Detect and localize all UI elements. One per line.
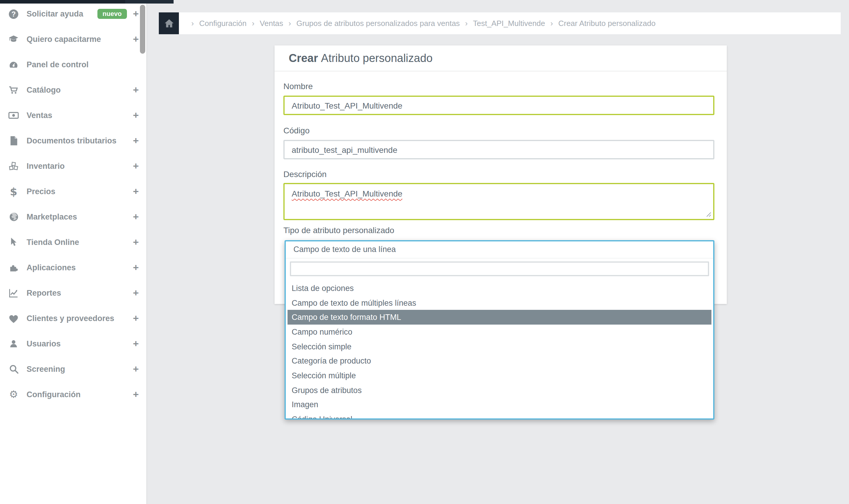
resize-handle-icon[interactable] [706,212,711,217]
nombre-input[interactable] [283,96,714,115]
sidebar-item-label: Screening [26,365,65,374]
sidebar-item-clientes-y-proveedores[interactable]: Clientes y proveedores + [0,306,146,331]
page-title-bold: Crear [289,52,318,64]
sidebar-item-label: Reportes [26,289,61,298]
sidebar-item-inventario[interactable]: Inventario + [0,154,146,179]
sidebar-item-label: Precios [26,187,55,196]
descripcion-textarea[interactable]: Atributo_Test_API_Multivende [283,183,714,220]
sidebar-item-precios[interactable]: $ Precios + [0,179,146,204]
expand-plus-icon[interactable]: + [133,338,139,350]
nombre-label: Nombre [283,82,313,91]
dollar-icon: $ [8,186,19,197]
breadcrumb-current-page: Crear Atributo personalizado [558,19,656,28]
gear-icon: ⚙ [8,389,19,400]
tipo-selected-value[interactable]: Campo de texto de una línea [286,241,713,258]
breadcrumb-separator: › [551,19,553,28]
sidebar-item-label: Marketplaces [26,213,77,221]
option-categoria-de-producto[interactable]: Categoría de producto [286,354,713,368]
sidebar-item-label: Catálogo [26,86,61,94]
breadcrumb-ventas[interactable]: Ventas [260,19,283,28]
sidebar: ? Solicitar ayuda nuevo + Quiero capacit… [0,0,147,504]
expand-plus-icon[interactable]: + [133,8,139,20]
option-seleccion-simple[interactable]: Selección simple [286,339,713,354]
cubes-icon [8,161,19,172]
sidebar-item-label: Ventas [26,111,52,120]
tipo-label: Tipo de atributo personalizado [283,226,394,235]
expand-plus-icon[interactable]: + [133,84,139,96]
breadcrumb-separator: › [465,19,468,28]
sidebar-item-tienda-online[interactable]: Tienda Online + [0,230,146,255]
page-title: CrearAtributo personalizado [275,46,727,71]
sidebar-item-screening[interactable]: Screening + [0,357,146,382]
descripcion-value: Atributo_Test_API_Multivende [291,189,402,198]
expand-plus-icon[interactable]: + [133,160,139,172]
search-icon [8,364,19,375]
page-title-rest: Atributo personalizado [321,52,432,64]
expand-plus-icon[interactable]: + [133,312,139,324]
option-texto-formato-html[interactable]: Campo de texto formato HTML [287,310,711,325]
breadcrumb-grupos-atributos[interactable]: Grupos de atributos personalizados para … [296,19,460,28]
expand-plus-icon[interactable]: + [133,135,139,147]
cart-icon [8,85,19,95]
sidebar-item-ventas[interactable]: Ventas + [0,103,146,128]
sidebar-item-marketplaces[interactable]: Marketplaces + [0,204,146,230]
sidebar-item-label: Aplicaciones [26,263,76,272]
sidebar-item-label: Clientes y proveedores [26,314,114,323]
expand-plus-icon[interactable]: + [133,33,139,45]
sidebar-item-label: Panel de control [26,60,89,69]
codigo-input[interactable] [283,140,714,159]
sidebar-item-panel-de-control[interactable]: Panel de control [0,52,146,77]
option-seleccion-multiple[interactable]: Selección múltiple [286,368,713,383]
expand-plus-icon[interactable]: + [133,389,139,400]
sidebar-item-quiero-capacitarme[interactable]: Quiero capacitarme + [0,26,146,52]
top-dark-strip [0,0,174,3]
option-lista-de-opciones[interactable]: Lista de opciones [286,281,713,295]
sidebar-item-catalogo[interactable]: Catálogo + [0,77,146,103]
file-icon [8,136,19,146]
sidebar-item-label: Tienda Online [26,238,79,247]
expand-plus-icon[interactable]: + [133,287,139,299]
user-icon [8,339,19,349]
sidebar-item-label: Quiero capacitarme [26,35,101,44]
sidebar-item-label: Inventario [26,162,65,170]
expand-plus-icon[interactable]: + [133,262,139,273]
tipo-search-input[interactable] [290,262,709,276]
option-texto-multiples-lineas[interactable]: Campo de texto de múltiples líneas [286,295,713,310]
globe-icon [8,212,19,222]
sidebar-item-reportes[interactable]: Reportes + [0,280,146,306]
nuevo-badge: nuevo [97,9,127,19]
expand-plus-icon[interactable]: + [133,211,139,223]
sidebar-scrollbar[interactable] [140,5,145,54]
sidebar-item-configuracion[interactable]: ⚙ Configuración + [0,382,146,407]
option-campo-numerico[interactable]: Campo numérico [286,325,713,339]
tipo-options-list: Lista de opciones Campo de texto de múlt… [286,281,713,420]
descripcion-label: Descripción [283,169,326,179]
expand-plus-icon[interactable]: + [133,363,139,375]
sidebar-item-solicitar-ayuda[interactable]: ? Solicitar ayuda nuevo + [0,1,146,26]
option-imagen[interactable]: Imagen [286,397,713,412]
sidebar-item-aplicaciones[interactable]: Aplicaciones + [0,255,146,280]
money-bill-icon [8,110,19,121]
chart-line-icon [8,288,19,298]
heart-icon [8,313,19,324]
option-grupos-de-atributos[interactable]: Grupos de atributos [286,383,713,397]
mouse-pointer-icon [8,237,19,248]
breadcrumb-separator: › [288,19,291,28]
dashboard-icon [8,59,19,70]
expand-plus-icon[interactable]: + [133,236,139,248]
breadcrumb-configuracion[interactable]: Configuración [199,19,247,28]
sidebar-item-usuarios[interactable]: Usuarios + [0,331,146,357]
app-viewport: ? Solicitar ayuda nuevo + Quiero capacit… [0,0,849,504]
sidebar-item-label: Configuración [26,390,81,399]
expand-plus-icon[interactable]: + [133,186,139,197]
sidebar-menu: ? Solicitar ayuda nuevo + Quiero capacit… [0,0,146,407]
home-button[interactable] [159,12,179,34]
expand-plus-icon[interactable]: + [133,109,139,121]
sidebar-item-documentos-tributarios[interactable]: Documentos tributarios + [0,128,146,154]
tipo-select-open: Campo de texto de una línea Lista de opc… [285,240,714,420]
sidebar-item-label: Solicitar ayuda [26,10,83,18]
breadcrumb-test-api-multivende[interactable]: Test_API_Multivende [473,19,545,28]
option-codigo-universal[interactable]: Código Universal [286,412,713,420]
graduation-cap-icon [8,34,19,44]
breadcrumb-separator: › [191,19,194,28]
